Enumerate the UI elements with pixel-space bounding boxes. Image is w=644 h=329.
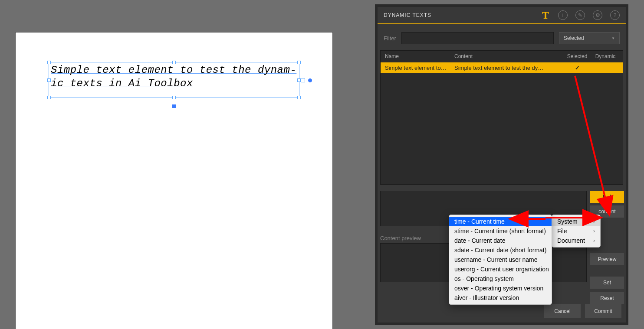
menu-item-label: System (557, 218, 578, 225)
col-content: Content (454, 53, 562, 59)
handle-bot-mid[interactable] (172, 96, 176, 99)
handle-bot-left[interactable] (47, 96, 51, 99)
artboard: Simple text element to test the dynam- i… (16, 33, 332, 329)
col-dynamic: Dynamic (592, 53, 618, 59)
thread-end-dot-icon (308, 78, 312, 82)
text-content: Simple text element to test the dynam- i… (49, 62, 299, 90)
submenu-item-userorg[interactable]: userorg - Current user organization (449, 264, 552, 274)
submenu-item-os[interactable]: os - Operating system (449, 274, 552, 283)
submenu-item-username[interactable]: username - Current user name (449, 255, 552, 264)
tab-info-icon[interactable]: i (558, 10, 568, 20)
anchor-handle-icon[interactable] (172, 104, 176, 108)
submenu-item-date[interactable]: date - Current date (449, 236, 552, 245)
chevron-down-icon: ▼ (611, 36, 615, 40)
cancel-button[interactable]: Cancel (544, 304, 581, 318)
set-button[interactable]: Set (590, 277, 624, 289)
variable-submenu: time - Current time stime - Current time… (449, 215, 552, 305)
tab-settings-icon[interactable]: ⚙ (593, 10, 602, 20)
panel-header: DYNAMIC TEXTS T i ✎ ⚙ ? (378, 7, 626, 24)
menu-item-system[interactable]: System › (552, 217, 600, 226)
submenu-item-time[interactable]: time - Current time (449, 217, 552, 226)
text-out-port[interactable] (301, 78, 305, 82)
filter-row: Filter Selected ▼ (378, 24, 626, 50)
panel-title: DYNAMIC TEXTS (384, 12, 431, 18)
menu-item-document[interactable]: Document › (552, 236, 600, 245)
tab-tool-icon[interactable]: ✎ (575, 10, 585, 20)
col-name: Name (385, 53, 454, 59)
commit-button[interactable]: Commit (585, 304, 621, 318)
table-row[interactable]: Simple text element to… Simple text elem… (381, 62, 623, 73)
table-header: Name Content Selected Dynamic (381, 51, 623, 62)
col-selected: Selected (562, 53, 592, 59)
chevron-right-icon: › (593, 238, 595, 244)
variable-category-menu: System › File › Document › (552, 215, 601, 248)
submenu-item-sdate[interactable]: sdate - Current date (short format) (449, 245, 552, 255)
filter-input[interactable] (401, 32, 554, 44)
tab-text-icon[interactable]: T (541, 10, 550, 20)
texts-table: Name Content Selected Dynamic Simple tex… (380, 50, 623, 185)
submenu-item-aiver[interactable]: aiver - Illustrator version (449, 293, 552, 303)
panel-footer: Cancel Commit (544, 304, 621, 318)
submenu-item-stime[interactable]: stime - Current time (short format) (449, 226, 552, 236)
menu-item-file[interactable]: File › (552, 226, 600, 236)
handle-top-left[interactable] (47, 61, 51, 64)
tab-help-icon[interactable]: ? (610, 10, 620, 20)
handle-top-mid[interactable] (172, 61, 176, 64)
handle-mid-left[interactable] (47, 78, 51, 82)
menu-item-label: Document (557, 237, 585, 244)
menu-item-label: File (557, 228, 567, 235)
row-selected-check-icon: ✓ (562, 65, 592, 71)
row-content: Simple text element to test the dy… (454, 65, 562, 71)
text-frame-selection[interactable]: Simple text element to test the dynam- i… (49, 62, 299, 98)
handle-top-right[interactable] (297, 61, 301, 64)
chevron-right-icon: › (593, 218, 595, 225)
row-name: Simple text element to… (385, 65, 454, 71)
chevron-right-icon: › (593, 228, 595, 234)
insert-variable-button[interactable]: {…} (590, 191, 624, 203)
filter-label: Filter (384, 35, 396, 42)
handle-mid-right[interactable] (297, 78, 301, 82)
filter-select[interactable]: Selected ▼ (559, 32, 620, 44)
handle-bot-right[interactable] (297, 96, 301, 99)
submenu-item-osver[interactable]: osver - Operating system version (449, 283, 552, 293)
reset-button[interactable]: Reset (590, 292, 624, 304)
filter-select-value: Selected (564, 35, 584, 41)
preview-button[interactable]: Preview (590, 253, 624, 265)
